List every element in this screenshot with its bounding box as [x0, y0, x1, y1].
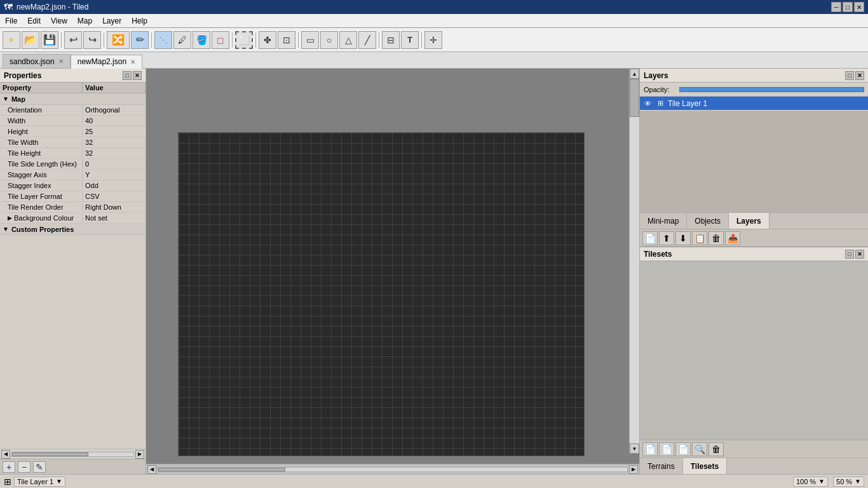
current-layer-select[interactable]: Tile Layer 1 ▼ [14, 477, 65, 487]
zoom-select-50[interactable]: 50 % ▼ [833, 477, 864, 487]
tilesets-section: Tilesets □ ✕ 📄 📄 📄 🔍 🗑 Terrains Tilesets [640, 247, 868, 474]
zoom-select-100[interactable]: 100 % ▼ [793, 477, 828, 487]
maximize-button[interactable]: □ [843, 2, 853, 12]
add-tileset-button[interactable]: 📄 [659, 442, 674, 456]
vscroll-thumb[interactable] [630, 79, 639, 117]
add-layer-button[interactable]: 📄 [642, 231, 658, 245]
custom-properties-section-header[interactable]: ▼ Custom Properties [0, 224, 146, 235]
hscroll-left-button[interactable]: ◀ [147, 465, 156, 474]
menu-map[interactable]: Map [72, 15, 97, 27]
prop-value-orientation[interactable]: Orthogonal [83, 105, 146, 114]
insert-tile-button[interactable]: ⊟ [382, 31, 400, 49]
export-layer-button[interactable]: 📤 [725, 231, 740, 245]
menu-edit[interactable]: Edit [22, 15, 46, 27]
props-scroll-right[interactable]: ▶ [135, 450, 144, 459]
prop-value-background-colour[interactable]: Not set [83, 214, 146, 222]
stamp-brush-button[interactable]: ✏ [131, 31, 149, 49]
insert-text-button[interactable]: T [401, 31, 419, 49]
tab-mini-map[interactable]: Mini-map [640, 213, 687, 229]
delete-tileset-button[interactable]: 🗑 [709, 442, 724, 456]
tab-sandbox[interactable]: sandbox.json ✕ [3, 54, 71, 68]
prop-value-tile-height[interactable]: 32 [83, 149, 146, 158]
prop-value-width[interactable]: 40 [83, 116, 146, 125]
move-layer-up-button[interactable]: ⬆ [659, 231, 674, 245]
menu-view[interactable]: View [46, 15, 72, 27]
magic-wand-button[interactable]: ✤ [259, 31, 276, 49]
prop-value-tile-render-order[interactable]: Right Down [83, 203, 146, 212]
rename-property-button[interactable]: ✎ [33, 461, 46, 473]
redo-button[interactable]: ↪ [83, 31, 101, 49]
props-scroll-thumb[interactable] [12, 452, 88, 456]
select-same-button[interactable]: ⊡ [278, 31, 295, 49]
remove-property-button[interactable]: − [18, 461, 31, 473]
move-layer-down-button[interactable]: ⬇ [675, 231, 691, 245]
polyline-button[interactable]: ╱ [358, 31, 376, 49]
tab-newmap2-close[interactable]: ✕ [130, 58, 135, 65]
tab-layers[interactable]: Layers [729, 213, 770, 229]
properties-close-button[interactable]: ✕ [133, 71, 142, 80]
fill-button[interactable]: 🪣 [193, 31, 210, 49]
props-scroll-left[interactable]: ◀ [1, 450, 10, 459]
canvas-scroll-area[interactable]: ▲ ▼ [146, 69, 639, 464]
hscroll-track[interactable] [158, 467, 628, 472]
tab-objects[interactable]: Objects [687, 213, 729, 229]
hscroll-right-button[interactable]: ▶ [629, 465, 638, 474]
vscroll-track[interactable] [630, 79, 639, 444]
erase-button[interactable]: ◻ [212, 31, 229, 49]
opacity-slider[interactable] [679, 87, 864, 92]
layer-visibility-eye[interactable]: 👁 [642, 98, 653, 109]
hscroll-thumb[interactable] [158, 468, 285, 471]
move-objects-button[interactable]: ✛ [424, 31, 442, 49]
properties-hscrollbar[interactable]: ◀ ▶ [0, 449, 146, 459]
vscroll-down-button[interactable]: ▼ [630, 444, 639, 454]
tab-tilesets[interactable]: Tilesets [683, 458, 727, 474]
layers-expand-button[interactable]: □ [845, 71, 854, 80]
canvas-horizontal-scrollbar[interactable]: ◀ ▶ [146, 464, 639, 474]
duplicate-layer-button[interactable]: 📋 [692, 231, 707, 245]
tab-sandbox-close[interactable]: ✕ [58, 58, 64, 65]
properties-panel: Properties □ ✕ Property Value ▼ Map Orie… [0, 69, 146, 474]
zoom-tileset-button[interactable]: 🔍 [692, 442, 707, 456]
close-button[interactable]: ✕ [854, 2, 864, 12]
menu-file[interactable]: File [0, 15, 22, 27]
select-rect-button[interactable]: ⬜ [235, 31, 253, 49]
props-scroll-track[interactable] [11, 452, 134, 457]
prop-value-stagger-index[interactable]: Odd [83, 181, 146, 190]
minimize-button[interactable]: ─ [831, 2, 841, 12]
layers-close-button[interactable]: ✕ [855, 71, 864, 80]
prop-value-tile-width[interactable]: 32 [83, 138, 146, 147]
vscroll-up-button[interactable]: ▲ [630, 69, 639, 79]
prop-value-stagger-axis[interactable]: Y [83, 170, 146, 179]
rect-shape-button[interactable]: ▭ [301, 31, 319, 49]
delete-layer-button[interactable]: 🗑 [709, 231, 724, 245]
layer-item-tile-layer-1[interactable]: 👁 ⊞ Tile Layer 1 [640, 97, 868, 111]
embed-tileset-button[interactable]: 📄 [675, 442, 691, 456]
tab-newmap2[interactable]: newMap2.json ✕ [71, 55, 142, 69]
menu-layer[interactable]: Layer [97, 15, 126, 27]
new-tool-button[interactable]: ✦ [3, 31, 20, 49]
move-layer-button[interactable]: 🔀 [107, 31, 130, 49]
map-section-header[interactable]: ▼ Map [0, 93, 146, 105]
layer-list: 👁 ⊞ Tile Layer 1 [640, 97, 868, 111]
prop-row-background-colour: ▶ Background Colour Not set [0, 213, 146, 224]
tilesets-close-button[interactable]: ✕ [855, 250, 864, 259]
map-canvas[interactable] [178, 132, 585, 456]
prop-name-tile-width: Tile Width [0, 138, 83, 147]
edit-button[interactable]: 🖊 [173, 31, 191, 49]
new-tileset-button[interactable]: 📄 [642, 442, 658, 456]
add-property-button[interactable]: + [3, 461, 15, 473]
prop-value-tile-layer-format[interactable]: CSV [83, 192, 146, 201]
menu-help[interactable]: Help [126, 15, 153, 27]
canvas-vertical-scrollbar[interactable]: ▲ ▼ [629, 69, 639, 454]
open-tool-button[interactable]: 📂 [22, 31, 39, 49]
tilesets-expand-button[interactable]: □ [845, 250, 854, 259]
terrain-button[interactable]: ⋱ [154, 31, 172, 49]
ellipse-button[interactable]: ○ [320, 31, 338, 49]
undo-button[interactable]: ↩ [64, 31, 82, 49]
polygon-button[interactable]: △ [339, 31, 357, 49]
save-tool-button[interactable]: 💾 [41, 31, 58, 49]
prop-value-tile-side-length[interactable]: 0 [83, 159, 146, 168]
prop-value-height[interactable]: 25 [83, 127, 146, 136]
tab-terrains[interactable]: Terrains [640, 458, 683, 474]
properties-expand-button[interactable]: □ [123, 71, 132, 80]
